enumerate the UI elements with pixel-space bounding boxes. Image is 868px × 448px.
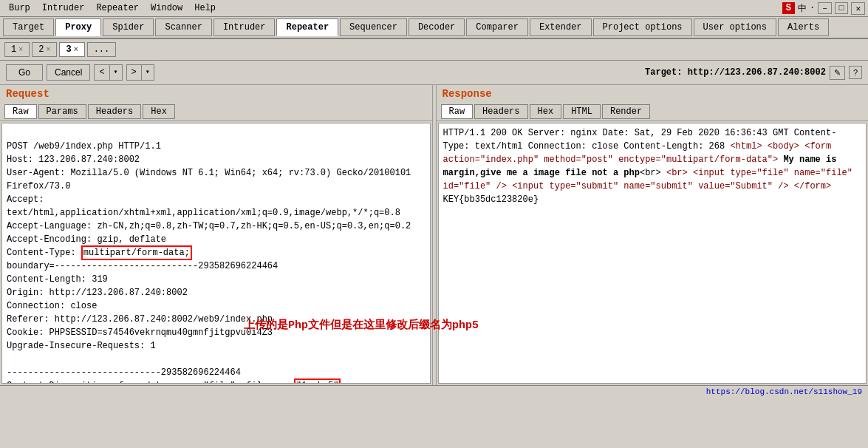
response-title: Response [437, 85, 869, 103]
main-area: Request Raw Params Headers Hex POST /web… [0, 85, 868, 385]
tab-user-options[interactable]: User options [694, 18, 776, 36]
close-btn[interactable]: ✕ [851, 2, 865, 15]
response-content[interactable]: HTTP/1.1 200 OK Server: nginx Date: Sat,… [438, 123, 867, 384]
menu-burp[interactable]: Burp [3, 1, 36, 15]
maximize-btn[interactable]: □ [835, 2, 849, 14]
resp-tab-hex[interactable]: Hex [530, 104, 562, 119]
resp-tab-raw[interactable]: Raw [441, 104, 474, 119]
statusbar: https://blog.csdn.net/s11show_19 [0, 385, 868, 398]
resp-html-tag-2: <body> [768, 141, 799, 152]
req-tab-headers[interactable]: Headers [88, 104, 141, 119]
tabbar: Target Proxy Spider Scanner Intruder Rep… [0, 17, 868, 39]
req-tab-raw[interactable]: Raw [4, 104, 37, 119]
help-button[interactable]: ? [849, 66, 862, 79]
request-tabs: Raw Params Headers Hex [0, 103, 432, 121]
resp-br: <br> [666, 168, 688, 178]
toolbar: Go Cancel < ▾ > ▾ Target: http://123.206… [0, 61, 868, 85]
highlight-content-type: multipart/form-data; [81, 245, 192, 260]
subtab-3-close[interactable]: × [74, 46, 78, 54]
tab-extender[interactable]: Extender [530, 18, 592, 36]
tab-project-options[interactable]: Project options [593, 18, 692, 36]
resp-form-close: </form> [794, 181, 831, 191]
minimize-btn[interactable]: – [818, 2, 832, 14]
subtab-2-close[interactable]: × [46, 46, 50, 54]
resp-tab-render[interactable]: Render [602, 104, 650, 119]
tab-comparer[interactable]: Comparer [466, 18, 528, 36]
resp-html-tag-1: <html> [730, 141, 762, 152]
highlight-filename: "1.php5" [294, 379, 341, 384]
tab-spider[interactable]: Spider [103, 18, 154, 36]
resp-key-value: KEY{bb35dc123820e} [443, 194, 539, 205]
tab-sequencer[interactable]: Sequencer [340, 18, 407, 36]
req-line-1: POST /web9/index.php HTTP/1.1 Host: 123.… [7, 141, 411, 384]
menu-repeater[interactable]: Repeater [90, 1, 145, 15]
subtab-1-close[interactable]: × [18, 46, 23, 54]
tab-decoder[interactable]: Decoder [409, 18, 465, 36]
go-button[interactable]: Go [6, 64, 43, 81]
response-tabs: Raw Headers Hex HTML Render [437, 103, 869, 121]
req-tab-hex[interactable]: Hex [143, 104, 175, 119]
edit-target-button[interactable]: ✎ [830, 66, 845, 80]
annotation-text: 上传的是Php文件但是在这里修改后缀名为php5 [244, 318, 479, 332]
s-icon: S [782, 2, 795, 14]
menu-intruder[interactable]: Intruder [36, 1, 91, 15]
menu-window[interactable]: Window [145, 1, 188, 15]
tab-scanner[interactable]: Scanner [155, 18, 211, 36]
tab-alerts[interactable]: Alerts [778, 18, 829, 36]
tab-target[interactable]: Target [3, 18, 54, 36]
forward-dropdown-icon[interactable]: ▾ [141, 65, 154, 80]
tab-repeater[interactable]: Repeater [276, 18, 338, 36]
req-tab-params[interactable]: Params [38, 104, 86, 119]
subtabbar: 1 × 2 × 3 × ... [0, 39, 868, 61]
request-content[interactable]: POST /web9/index.php HTTP/1.1 Host: 123.… [1, 123, 431, 384]
subtab-3[interactable]: 3 × [59, 42, 84, 57]
response-panel: Response Raw Headers Hex HTML Render HTT… [437, 85, 869, 385]
subtab-1[interactable]: 1 × [4, 42, 30, 57]
subtab-more[interactable]: ... [87, 42, 117, 57]
tab-intruder[interactable]: Intruder [213, 18, 276, 36]
back-dropdown-icon[interactable]: ▾ [109, 65, 122, 80]
cancel-button[interactable]: Cancel [47, 64, 90, 81]
subtab-2[interactable]: 2 × [32, 42, 57, 57]
menu-help[interactable]: Help [188, 1, 222, 15]
forward-nav[interactable]: > ▾ [126, 64, 154, 81]
dots-indicator: · [810, 3, 815, 13]
tab-proxy[interactable]: Proxy [55, 18, 101, 36]
back-nav[interactable]: < ▾ [94, 64, 122, 81]
target-label: Target: http://123.206.87.240:8002 [645, 67, 826, 78]
resp-tab-html[interactable]: HTML [563, 104, 601, 119]
resp-input-submit: <input type="submit" name="submit" value… [512, 181, 788, 191]
resp-tab-headers[interactable]: Headers [474, 104, 527, 119]
request-panel: Request Raw Params Headers Hex POST /web… [0, 85, 432, 385]
lang-indicator: 中 [798, 2, 807, 15]
menubar: Burp Intruder Repeater Window Help S 中 ·… [0, 0, 868, 17]
request-title: Request [0, 85, 432, 103]
